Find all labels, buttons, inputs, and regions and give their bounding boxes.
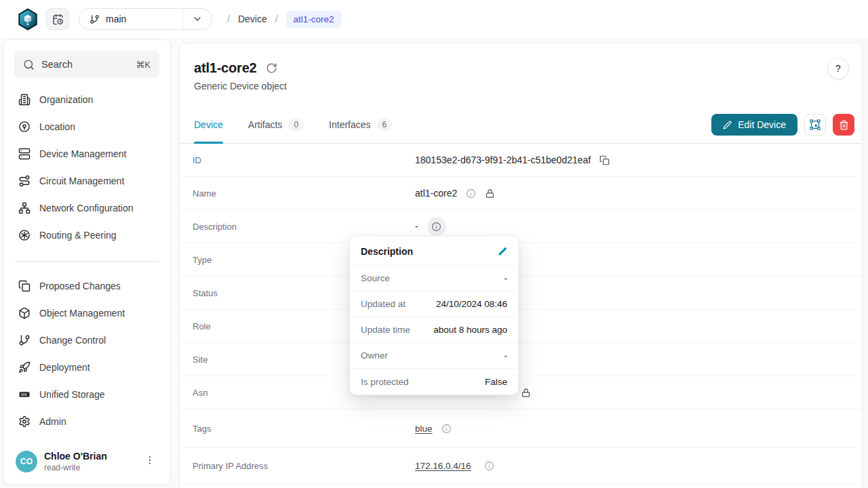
popover-row-value: - [505,350,508,361]
box-icon [18,307,31,319]
search-placeholder: Search [41,59,129,70]
sidebar-item-label: Admin [39,416,66,427]
sidebar-item-label: Location [39,121,75,132]
description-metadata-popover: Description Source - Updated at 24/10/20… [349,236,519,395]
name-value: atl1-core2 [415,188,457,199]
rocket-icon [18,361,31,373]
description-value: - [415,221,418,232]
info-icon[interactable] [466,188,476,199]
tab-interfaces[interactable]: Interfaces 6 [329,106,392,144]
calendar-clock-button[interactable] [46,8,69,30]
sidebar-item-admin[interactable]: Admin [12,408,162,435]
info-icon-active[interactable] [427,217,446,236]
popover-row-updated-at: Updated at 24/10/2024 08:46 [350,291,518,317]
tag-link[interactable]: blue [415,424,433,434]
sidebar-item-unified-storage[interactable]: Unified Storage [12,381,162,408]
user-role: read-write [44,463,107,472]
popover-row-owner: Owner - [350,343,518,369]
primary-ip-link[interactable]: 172.16.0.4/16 [415,461,471,471]
row-label: Tags [193,424,415,434]
lock-icon [485,188,495,199]
route-icon [18,175,31,187]
sidebar-item-label: Device Management [39,148,126,159]
sidebar-item-routing-peering[interactable]: Routing & Peering [12,222,162,249]
branch-selector[interactable]: main [79,8,212,30]
popover-row-value: False [485,377,507,387]
row-label: Primary IP Address [193,461,415,471]
edit-device-button[interactable]: Edit Device [711,114,797,136]
breadcrumb-current-badge[interactable]: atl1-core2 [286,11,342,28]
help-button[interactable]: ? [827,58,849,79]
user-name: Chloe O'Brian [44,451,107,463]
top-bar: main / Device / atl1-core2 [0,0,868,38]
info-icon[interactable] [441,424,452,434]
popover-row-label: Owner [361,350,388,361]
building-icon [18,94,31,106]
tab-label: Artifacts [248,119,283,130]
refresh-icon[interactable] [266,62,277,74]
gear-icon [18,415,31,428]
popover-row-label: Updated at [361,299,406,309]
table-row-description: Description - [180,210,862,243]
group-select-icon [810,119,821,130]
lock-icon [521,388,531,398]
tab-count-badge: 0 [288,119,304,131]
sidebar-item-proposed-changes[interactable]: Proposed Changes [12,272,162,300]
delete-device-button[interactable] [833,114,854,136]
table-row-asn: Asn [180,376,862,409]
copy-icon[interactable] [599,155,610,165]
sidebar-item-change-control[interactable]: Change Control [12,327,162,354]
infrahub-logo-icon[interactable] [18,8,38,30]
location-icon [18,121,31,133]
sidebar-item-circuit-management[interactable]: Circuit Management [12,167,162,195]
search-input[interactable]: Search ⌘K [14,51,159,78]
tab-bar: Device Artifacts 0 Interfaces 6 Edit Dev… [180,106,862,144]
pencil-icon[interactable] [498,247,507,256]
table-row-type: Type [180,243,862,277]
popover-row-value: - [505,273,508,283]
device-detail-card: atl1-core2 Generic Device object ? Devic… [179,43,863,488]
popover-row-label: Is protected [361,377,409,387]
breadcrumb: / Device / atl1-core2 [227,11,342,28]
row-label: Description [193,222,415,232]
branch-name: main [106,14,126,24]
sidebar-item-location[interactable]: Location [12,113,162,140]
app-screen: main / Device / atl1-core2 Search ⌘K Org… [0,0,868,488]
page-subtitle: Generic Device object [194,81,848,92]
action-buttons: Edit Device [711,114,854,136]
sidebar-item-deployment[interactable]: Deployment [12,354,162,381]
tab-artifacts[interactable]: Artifacts 0 [248,106,304,144]
edit-device-label: Edit Device [738,119,786,130]
popover-row-update-time: Update time about 8 hours ago [350,317,518,343]
calendar-clock-icon [52,14,64,25]
user-card: CO Chloe O'Brian read-write [12,447,162,478]
table-row-site: Site [180,343,862,376]
page-title: atl1-core2 [194,60,257,76]
sidebar-item-label: Routing & Peering [39,230,117,241]
sidebar-item-label: Organization [39,94,93,105]
breadcrumb-device-link[interactable]: Device [238,14,267,24]
popover-row-label: Source [361,273,390,283]
tab-device[interactable]: Device [194,106,223,144]
sidebar-item-network-configuration[interactable]: Network Configuration [12,195,162,222]
sidebar-item-label: Change Control [39,335,106,346]
sidebar-item-object-management[interactable]: Object Management [12,300,162,327]
manage-groups-button[interactable] [804,114,826,136]
sidebar-divider [14,261,159,262]
table-row-role: Role [180,310,862,343]
card-header: atl1-core2 Generic Device object ? [180,43,862,106]
row-label: ID [193,155,415,165]
table-row-status: Status [180,277,862,310]
chevron-down-icon[interactable] [183,9,212,29]
search-shortcut: ⌘K [136,60,151,70]
tab-count-badge: 6 [377,119,393,131]
sidebar-item-organization[interactable]: Organization [12,86,162,113]
attribute-table: ID 180153e2-d673-9f91-2b41-c51be0d21eaf … [180,144,862,485]
popover-row-value: 24/10/2024 08:46 [436,299,507,309]
network-icon [18,202,31,214]
sidebar-item-device-management[interactable]: Device Management [12,140,162,167]
sidebar-item-label: Deployment [39,362,90,373]
branch-current: main [79,9,182,29]
kebab-menu-icon[interactable] [142,452,158,471]
info-icon[interactable] [484,461,494,471]
